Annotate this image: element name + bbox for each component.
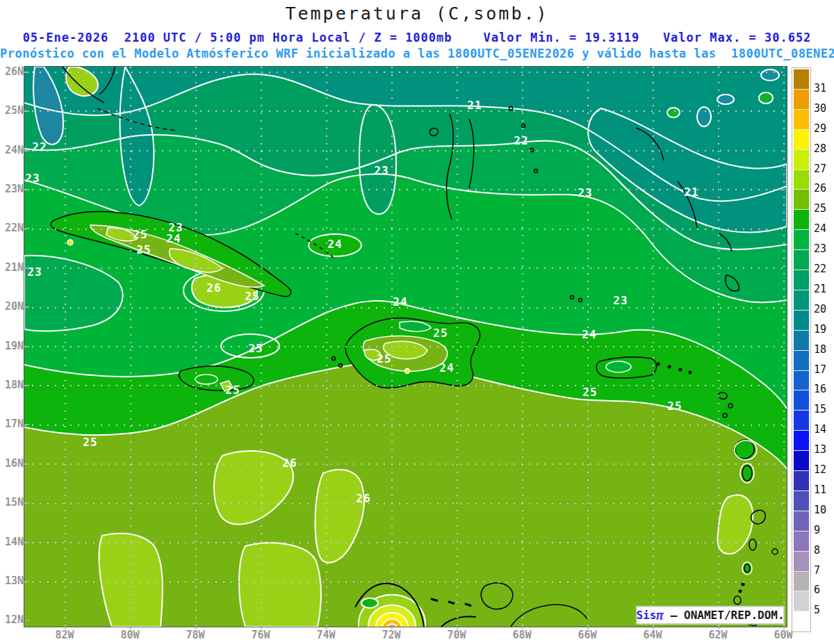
lat-tick-label: 19N xyxy=(0,341,24,352)
colorbar-segment xyxy=(794,310,809,331)
colorbar-tick-label: 14 xyxy=(814,424,826,435)
colorbar-tick-label: 15 xyxy=(814,404,826,415)
lat-tick-label: 18N xyxy=(0,380,24,390)
lon-tick-label: 72W xyxy=(374,630,409,641)
colorbar-segment xyxy=(794,209,809,230)
lat-tick-label: 22N xyxy=(0,223,24,233)
map-canvas xyxy=(24,67,787,627)
lon-tick-label: 66W xyxy=(570,630,605,641)
brand-org: – ONAMET/REP.DOM. xyxy=(664,609,784,622)
lat-tick-label: 17N xyxy=(0,419,24,429)
lon-tick-label: 80W xyxy=(113,630,147,641)
colorbar-segment xyxy=(794,290,809,311)
colorbar-segment xyxy=(794,611,809,631)
brand-sis: Sis xyxy=(636,609,656,622)
weather-map-page: Temperatura (C,somb.) 05-Ene-2026 2100 U… xyxy=(0,0,834,644)
colorbar-tick-label: 5 xyxy=(814,605,820,616)
hispaniola xyxy=(345,318,480,388)
colorbar-tick-label: 9 xyxy=(814,525,820,535)
lon-tick-label: 74W xyxy=(309,630,343,641)
colorbar-tick-label: 17 xyxy=(814,364,826,374)
lat-tick-label: 24N xyxy=(0,145,24,156)
puerto-rico xyxy=(596,357,656,378)
colorbar-tick-label: 26 xyxy=(814,183,826,194)
colorbar-legend xyxy=(792,67,811,632)
colorbar-segment xyxy=(794,189,809,210)
lat-tick-label: 15N xyxy=(0,497,24,508)
subtitle-validtime: 05-Ene-2026 2100 UTC / 5:00 pm Hora Loca… xyxy=(0,31,834,44)
colorbar-segment xyxy=(794,350,809,371)
colorbar-segment xyxy=(794,470,809,491)
colorbar-tick-label: 27 xyxy=(814,163,826,174)
lat-tick-label: 13N xyxy=(0,576,24,586)
colorbar-segment xyxy=(794,109,809,130)
colorbar-tick-label: 12 xyxy=(814,465,826,475)
colorbar-tick-label: 20 xyxy=(814,304,826,314)
colorbar-tick-label: 24 xyxy=(814,224,826,234)
lon-tick-label: 78W xyxy=(178,630,213,641)
lat-tick-label: 16N xyxy=(0,459,24,469)
colorbar-segment xyxy=(794,531,809,552)
colorbar-segment xyxy=(794,490,809,511)
colorbar-segment xyxy=(794,129,809,150)
lon-tick-label: 64W xyxy=(635,630,670,641)
colorbar-segment xyxy=(794,551,809,572)
colorbar-tick-label: 30 xyxy=(814,103,826,113)
colorbar-tick-label: 6 xyxy=(814,585,820,595)
colorbar-tick-label: 29 xyxy=(814,123,826,133)
lon-tick-label: 62W xyxy=(701,630,735,641)
colorbar-tick-label: 25 xyxy=(814,204,826,214)
lat-tick-label: 12N xyxy=(0,615,24,625)
lat-tick-label: 25N xyxy=(0,106,24,116)
colorbar-segment xyxy=(794,390,809,411)
colorbar-segment xyxy=(794,89,809,110)
colorbar-tick-label: 28 xyxy=(814,143,826,154)
colorbar-segment xyxy=(794,170,809,190)
subtitle-model-info: Pronóstico con el Modelo Atmósferico WRF… xyxy=(0,47,834,60)
colorbar-tick-label: 31 xyxy=(814,83,826,93)
colorbar-segment xyxy=(794,249,809,270)
colorbar-tick-label: 10 xyxy=(814,504,826,515)
lat-tick-label: 14N xyxy=(0,537,24,547)
colorbar-tick-label: 11 xyxy=(814,484,826,495)
colorbar-segment xyxy=(794,69,809,90)
lon-tick-label: 68W xyxy=(505,630,539,641)
colorbar-tick-label: 21 xyxy=(814,283,826,294)
colorbar-segment xyxy=(794,330,809,351)
colorbar-tick-label: 18 xyxy=(814,344,826,354)
lat-tick-label: 26N xyxy=(0,67,24,77)
colorbar-segment xyxy=(794,571,809,592)
pi-symbol: π xyxy=(656,608,664,622)
lon-tick-label: 70W xyxy=(439,630,474,641)
colorbar-tick-label: 19 xyxy=(814,324,826,334)
colorbar-segment xyxy=(794,511,809,531)
lat-tick-label: 23N xyxy=(0,184,24,195)
colorbar-segment xyxy=(794,410,809,431)
lat-tick-label: 20N xyxy=(0,302,24,312)
colorbar-tick-label: 22 xyxy=(814,264,826,274)
colorbar-tick-label: 13 xyxy=(814,445,826,455)
colorbar-tick-label: 8 xyxy=(814,545,820,555)
lon-tick-label: 76W xyxy=(243,630,278,641)
colorbar-segment xyxy=(794,270,809,290)
page-title: Temperatura (C,somb.) xyxy=(0,3,834,24)
lat-tick-label: 21N xyxy=(0,263,24,273)
colorbar-segment xyxy=(794,591,809,611)
lon-tick-label: 82W xyxy=(47,630,82,641)
colorbar-tick-label: 23 xyxy=(814,244,826,254)
colorbar-segment xyxy=(794,430,809,451)
colorbar-segment xyxy=(794,450,809,471)
colorbar-tick-label: 16 xyxy=(814,384,826,395)
colorbar-segment xyxy=(794,370,809,391)
colorbar-tick-label: 7 xyxy=(814,565,820,575)
map-plot-area xyxy=(24,66,787,627)
colorbar-segment xyxy=(794,149,809,170)
branding-box: Sisπ – ONAMET/REP.DOM. xyxy=(636,606,785,625)
colorbar-segment xyxy=(794,229,809,250)
